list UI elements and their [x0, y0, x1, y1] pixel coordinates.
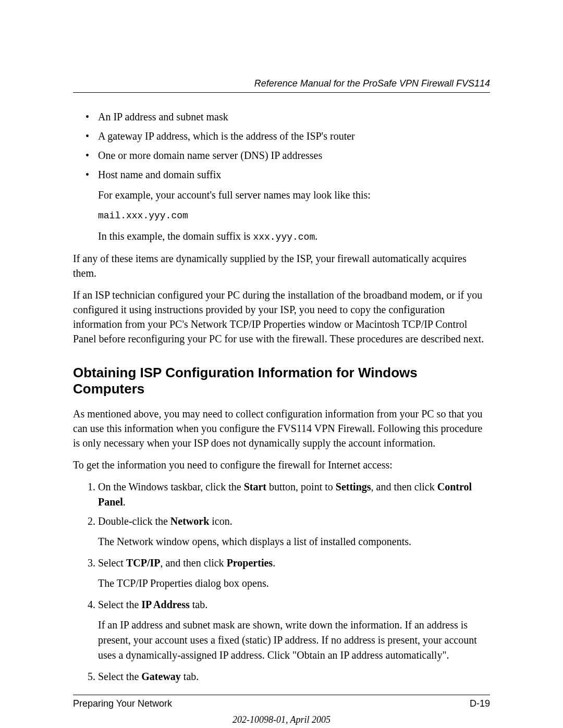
text: Select the	[98, 599, 141, 610]
text: .	[273, 557, 275, 569]
step-sub: The TCP/IP Properties dialog box opens.	[98, 576, 490, 591]
paragraph: If any of these items are dynamically su…	[73, 251, 490, 280]
text: tab.	[181, 671, 199, 682]
text: Double-click the	[98, 515, 170, 527]
step-item: Select TCP/IP, and then click Properties…	[98, 556, 490, 591]
bullet-item: Host name and domain suffix For example,…	[98, 167, 490, 244]
step-item: Double-click the Network icon. The Netwo…	[98, 514, 490, 549]
text: On the Windows taskbar, click the	[98, 481, 244, 492]
example-explain: In this example, the domain suffix is xx…	[98, 229, 490, 244]
bullet-list: An IP address and subnet mask A gateway …	[73, 109, 490, 244]
text: , and then click	[160, 557, 226, 569]
section-heading: Obtaining ISP Configuration Information …	[73, 365, 490, 397]
footer-row: Preparing Your Network D-19	[73, 695, 490, 709]
bullet-item: An IP address and subnet mask	[98, 109, 490, 125]
text: , and then click	[371, 481, 437, 492]
ui-term: Gateway	[141, 671, 181, 682]
text: .	[123, 496, 126, 508]
text: button, point to	[266, 481, 336, 492]
footer-docnum: 202-10098-01, April 2005	[73, 714, 490, 725]
ui-term: Start	[244, 481, 266, 492]
ui-term: TCP/IP	[126, 557, 161, 569]
bullet-text: Host name and domain suffix	[98, 169, 221, 180]
step-sub: If an IP address and subnet mask are sho…	[98, 618, 490, 663]
text: Select	[98, 557, 126, 569]
bullet-item: A gateway IP address, which is the addre…	[98, 129, 490, 144]
step-item: On the Windows taskbar, click the Start …	[98, 479, 490, 510]
section-lead: To get the information you need to confi…	[73, 458, 490, 472]
section-intro: As mentioned above, you may need to coll…	[73, 406, 490, 450]
ui-term: Network	[170, 515, 209, 527]
ui-term: Settings	[336, 481, 371, 492]
text: icon.	[209, 515, 232, 527]
example-code: mail.xxx.yyy.com	[98, 209, 490, 223]
footer-section: Preparing Your Network	[73, 698, 172, 709]
step-sub: The Network window opens, which displays…	[98, 534, 490, 549]
text: .	[315, 230, 317, 242]
document-page: Reference Manual for the ProSafe VPN Fir…	[0, 0, 563, 728]
paragraph: If an ISP technician configured your PC …	[73, 288, 490, 346]
footer-page-number: D-19	[470, 698, 490, 709]
ui-term: IP Address	[141, 599, 189, 610]
running-header: Reference Manual for the ProSafe VPN Fir…	[73, 78, 490, 93]
ui-term: Properties	[227, 557, 273, 569]
ordered-steps: On the Windows taskbar, click the Start …	[73, 479, 490, 684]
step-item: Select the IP Address tab. If an IP addr…	[98, 597, 490, 663]
bullet-item: One or more domain name server (DNS) IP …	[98, 148, 490, 163]
step-item: Select the Gateway tab.	[98, 669, 490, 684]
code-inline: xxx.yyy.com	[253, 232, 315, 242]
text: Select the	[98, 671, 141, 682]
text: In this example, the domain suffix is	[98, 230, 253, 242]
text: tab.	[190, 599, 207, 610]
example-intro: For example, your account's full server …	[98, 188, 490, 203]
